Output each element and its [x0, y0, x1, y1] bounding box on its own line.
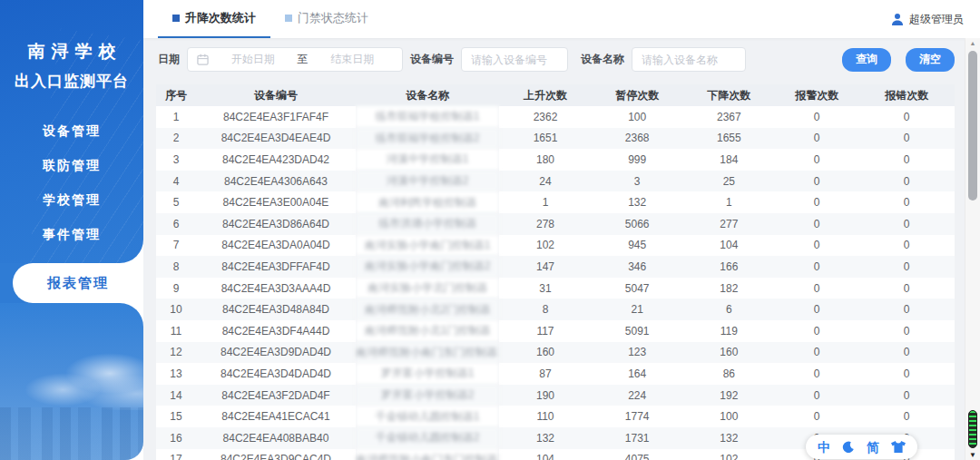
table-cell: 0: [858, 256, 955, 278]
table-cell: 0: [775, 299, 858, 320]
table-cell: 7: [156, 235, 196, 257]
table-cell: 0: [775, 149, 858, 171]
table-row: 1384C2E4EA3D4DAD4D罗开富小学控制器1871648600: [156, 363, 955, 385]
scroll-down-icon[interactable]: ▼: [965, 451, 980, 459]
sidebar-bottom-panel: [0, 303, 143, 460]
table-cell: 16: [156, 427, 196, 449]
table-cell: 5047: [592, 278, 683, 299]
table-cell: 0: [775, 406, 858, 427]
table-cell: 0: [858, 171, 955, 192]
table-cell: 4075: [592, 449, 683, 460]
table-cell: 3: [592, 171, 683, 192]
table-cell: 0: [775, 106, 858, 128]
table-cell: 4: [156, 171, 196, 192]
table-row: 684C2E4EA3D86A64D练市洪塘小学控制器278506627700: [156, 213, 955, 235]
clear-button[interactable]: 清空: [906, 48, 955, 72]
scroll-capture-indicator: [968, 410, 977, 448]
table-cell: 84C2E4EA3DF4A44D: [196, 320, 356, 342]
table-cell: 0: [775, 363, 858, 385]
tab-bar: 升降次数统计 门禁状态统计: [143, 0, 383, 38]
sidebar: 南浔学校 出入口监测平台 设备管理 联防管理 学校管理 事件管理 报表管理: [0, 0, 143, 460]
device-name-label: 设备名称: [581, 52, 624, 67]
translate-toolbar[interactable]: 中 简: [806, 435, 917, 459]
device-name-cell: 练市双福学校控制器2: [356, 128, 499, 150]
device-name-cell: 浔溪中学控制器2: [356, 171, 499, 192]
shirt-icon[interactable]: [891, 441, 906, 453]
date-range-input[interactable]: 开始日期 至 结束日期: [187, 47, 403, 72]
table-cell: 190: [499, 385, 591, 406]
table-cell: 0: [775, 256, 858, 278]
table-cell: 1: [683, 191, 775, 213]
sidebar-item-report-management[interactable]: 报表管理: [13, 263, 143, 303]
sidebar-item-event-management[interactable]: 事件管理: [0, 222, 143, 246]
table-cell: 0: [858, 128, 955, 150]
table-cell: 2367: [683, 106, 775, 128]
device-name-cell: 南浔师范附小北2门控制器: [356, 299, 499, 320]
tab-lift-count-statistics[interactable]: 升降次数统计: [158, 0, 270, 38]
table-cell: 119: [683, 320, 775, 342]
table-cell: 13: [156, 363, 196, 385]
table-cell: 86: [683, 363, 775, 385]
table-cell: 102: [499, 235, 591, 257]
table-cell: 84C2E4EA3D3AAA4D: [196, 278, 356, 299]
app-root: 南浔学校 出入口监测平台 设备管理 联防管理 学校管理 事件管理 报表管理 升降…: [0, 0, 980, 460]
table-cell: 160: [683, 342, 775, 364]
column-header: 下降次数: [683, 84, 775, 106]
table-cell: 164: [592, 363, 683, 385]
scroll-up-icon[interactable]: ▲: [965, 40, 980, 46]
table-cell: 3: [156, 149, 196, 171]
table-cell: 147: [499, 256, 591, 278]
user-name: 超级管理员: [909, 12, 964, 27]
table-cell: 9: [156, 278, 196, 299]
table-cell: 104: [499, 449, 591, 460]
table-cell: 110: [499, 406, 591, 427]
table-cell: 2: [156, 128, 196, 150]
table-cell: 0: [775, 191, 858, 213]
table-cell: 87: [499, 363, 591, 385]
sidebar-item-school-management[interactable]: 学校管理: [0, 188, 143, 211]
table-cell: 132: [592, 191, 683, 213]
table-container: 序号设备编号设备名称上升次数暂停次数下降次数报警次数报错次数 184C2E4EA…: [156, 84, 955, 460]
table-cell: 8: [499, 299, 591, 320]
table-header: 序号设备编号设备名称上升次数暂停次数下降次数报警次数报错次数: [156, 84, 955, 106]
table-cell: 6: [156, 213, 196, 235]
search-button[interactable]: 查询: [842, 48, 891, 72]
table-cell: 84C2E4EA41ECAC41: [196, 406, 356, 427]
table-row: 784C2E4EA3DA0A04D南浔实验小学南门控制器110294510400: [156, 235, 955, 257]
table-cell: 160: [499, 342, 591, 364]
table-cell: 0: [858, 278, 955, 299]
table-cell: 0: [775, 342, 858, 364]
table-cell: 0: [775, 235, 858, 257]
table-cell: 17: [156, 449, 196, 460]
table-cell: 84C2E4EA408BAB40: [196, 427, 356, 449]
table-cell: 132: [683, 427, 775, 449]
top-bar: 升降次数统计 门禁状态统计 超级管理员: [143, 0, 980, 38]
tab-door-status-statistics[interactable]: 门禁状态统计: [270, 0, 383, 38]
sidebar-top-panel: 南浔学校 出入口监测平台 设备管理 联防管理 学校管理 事件管理: [0, 0, 143, 263]
device-name-input[interactable]: [632, 47, 746, 72]
app-title-line2: 出入口监测平台: [0, 71, 143, 92]
chinese-lang-icon[interactable]: 中: [818, 441, 830, 454]
sidebar-nav: 设备管理 联防管理 学校管理 事件管理: [0, 119, 143, 257]
moon-icon[interactable]: [842, 441, 855, 454]
table-cell: 84C2E4EA4306A643: [196, 171, 356, 192]
table-row: 584C2E4EA3E00A04E南浔利民学校控制器1132100: [156, 191, 955, 213]
scrollbar-thumb[interactable]: [968, 51, 977, 201]
table-cell: 0: [858, 342, 955, 364]
table-cell: 1774: [592, 406, 683, 427]
column-header: 报错次数: [858, 84, 955, 106]
table-cell: 84C2E4EA3D4EAE4D: [196, 128, 356, 150]
table-cell: 1: [499, 191, 591, 213]
device-no-input[interactable]: [461, 47, 568, 72]
table-row: 1184C2E4EA3DF4A44D南浔师范附小北1门控制器1175091119…: [156, 320, 955, 342]
device-name-cell: 南浔实验小学南门控制器1: [356, 235, 499, 257]
sidebar-item-joint-defense-management[interactable]: 联防管理: [0, 153, 143, 177]
sidebar-item-device-management[interactable]: 设备管理: [0, 119, 143, 142]
device-name-cell: 千金镇幼儿园控制器1: [356, 406, 499, 427]
device-no-label: 设备编号: [410, 52, 454, 67]
table-cell: 14: [156, 385, 196, 406]
scrollbar[interactable]: ▲ ▼: [965, 38, 980, 460]
device-name-cell: 南浔师范附小北1门控制器: [356, 320, 499, 342]
user-menu[interactable]: 超级管理员: [891, 0, 980, 38]
simplified-chinese-icon[interactable]: 简: [867, 441, 879, 454]
